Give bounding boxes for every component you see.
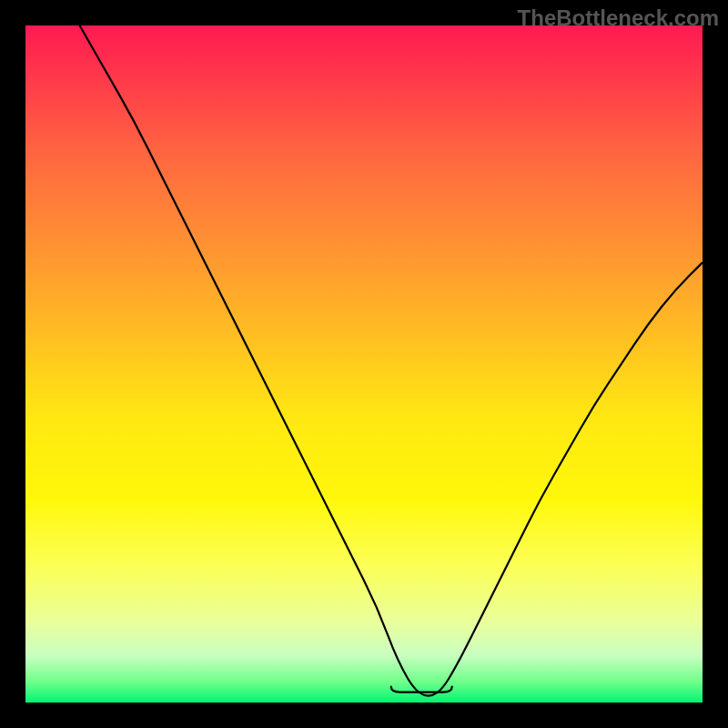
plot-area — [25, 25, 703, 703]
watermark-text: TheBottleneck.com — [518, 5, 719, 31]
bottleneck-curve — [80, 25, 703, 696]
chart-svg — [25, 25, 703, 703]
